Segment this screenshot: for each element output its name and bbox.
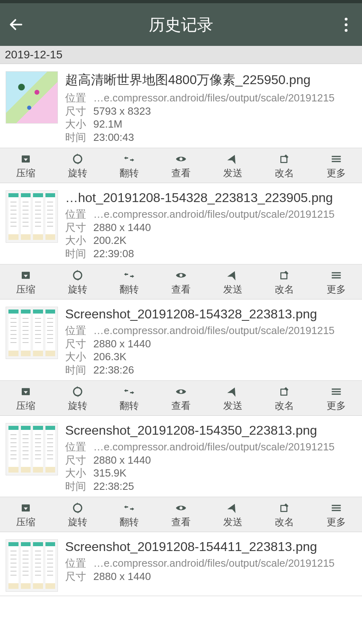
date-section-header: 2019-12-15 (0, 46, 362, 64)
action-bar: 压缩旋转翻转查看发送改名更多 (0, 264, 362, 299)
meta-value: …e.compressor.android/files/output/scale… (93, 440, 356, 454)
back-button[interactable] (7, 16, 25, 33)
view-button[interactable]: 查看 (155, 148, 207, 183)
thumbnail[interactable] (6, 423, 58, 475)
item-body[interactable]: …hot_20191208-154328_223813_223905.png位置… (0, 183, 362, 264)
item-body[interactable]: Screenshot_20191208-154350_223813.png位置…… (0, 416, 362, 497)
thumbnail[interactable] (6, 307, 58, 359)
rotate-button[interactable]: 旋转 (52, 497, 104, 532)
compress-icon (19, 386, 33, 398)
flip-button[interactable]: 翻转 (103, 148, 155, 183)
thumbnail[interactable] (6, 190, 58, 243)
history-item: Screenshot_20191208-154328_223813.png位置…… (0, 299, 362, 416)
meta-value: 22:38:25 (93, 480, 356, 493)
more-button[interactable]: 更多 (310, 381, 362, 415)
meta-label: 时间 (65, 480, 88, 493)
meta-value: 2880 x 1440 (93, 570, 356, 583)
compress-button[interactable]: 压缩 (0, 497, 52, 532)
meta-row: 位置…e.compressor.android/files/output/sca… (65, 91, 356, 105)
compress-button[interactable]: 压缩 (0, 381, 52, 415)
action-label: 旋转 (68, 516, 87, 528)
arrow-left-icon (8, 17, 24, 33)
meta-value: 2880 x 1440 (93, 337, 356, 351)
flip-icon (122, 153, 136, 165)
meta-row: 位置…e.compressor.android/files/output/sca… (65, 440, 356, 454)
item-body[interactable]: 超高清晰世界地图4800万像素_225950.png位置…e.compresso… (0, 64, 362, 148)
eye-icon (174, 153, 188, 165)
filename: Screenshot_20191208-154350_223813.png (65, 423, 356, 438)
filename: Screenshot_20191208-154328_223813.png (65, 307, 356, 322)
thumbnail[interactable] (6, 71, 58, 124)
rename-button[interactable]: 改名 (259, 381, 311, 415)
send-icon (226, 502, 240, 514)
more-button[interactable]: 更多 (310, 497, 362, 532)
send-icon (226, 269, 240, 281)
send-button[interactable]: 发送 (207, 497, 259, 532)
more-button[interactable]: 更多 (310, 148, 362, 183)
edit-icon (278, 386, 291, 398)
meta-row: 尺寸2880 x 1440 (65, 337, 356, 351)
action-label: 发送 (223, 516, 243, 528)
action-label: 改名 (275, 399, 294, 412)
meta-value: 22:39:08 (93, 247, 356, 260)
view-button[interactable]: 查看 (155, 381, 207, 415)
rotate-icon (71, 502, 84, 514)
rename-button[interactable]: 改名 (259, 148, 311, 183)
edit-icon (278, 502, 291, 514)
rotate-button[interactable]: 旋转 (52, 148, 104, 183)
meta-value: 92.1M (93, 118, 356, 131)
action-label: 更多 (327, 516, 346, 528)
item-body[interactable]: Screenshot_20191208-154328_223813.png位置…… (0, 299, 362, 380)
meta-label: 位置 (65, 91, 88, 105)
action-label: 旋转 (68, 283, 87, 296)
more-button[interactable]: 更多 (310, 264, 362, 299)
rotate-button[interactable]: 旋转 (52, 381, 104, 415)
history-item: Screenshot_20191208-154350_223813.png位置…… (0, 416, 362, 532)
action-label: 发送 (223, 167, 243, 180)
filename: …hot_20191208-154328_223813_223905.png (65, 190, 356, 205)
meta-value: 22:38:26 (93, 363, 356, 377)
meta-value: 5793 x 8323 (93, 105, 356, 118)
compress-button[interactable]: 压缩 (0, 264, 52, 299)
history-item: …hot_20191208-154328_223813_223905.png位置… (0, 183, 362, 299)
action-label: 查看 (171, 283, 191, 296)
meta-value: …e.compressor.android/files/output/scale… (93, 557, 356, 570)
more-icon (329, 386, 343, 398)
meta-label: 尺寸 (65, 337, 88, 351)
action-label: 更多 (327, 399, 346, 412)
thumbnail[interactable] (6, 539, 58, 592)
action-label: 改名 (275, 167, 294, 180)
meta-label: 尺寸 (65, 221, 88, 234)
action-label: 查看 (171, 516, 191, 528)
meta-row: 尺寸2880 x 1440 (65, 570, 356, 583)
flip-button[interactable]: 翻转 (103, 264, 155, 299)
meta-label: 位置 (65, 324, 88, 337)
send-button[interactable]: 发送 (207, 148, 259, 183)
rotate-icon (71, 269, 84, 281)
send-button[interactable]: 发送 (207, 381, 259, 415)
flip-icon (122, 269, 136, 281)
meta-row: 尺寸2880 x 1440 (65, 454, 356, 467)
item-info: 超高清晰世界地图4800万像素_225950.png位置…e.compresso… (65, 71, 356, 144)
rotate-button[interactable]: 旋转 (52, 264, 104, 299)
overflow-menu-button[interactable] (337, 16, 355, 33)
rename-button[interactable]: 改名 (259, 264, 311, 299)
item-body[interactable]: Screenshot_20191208-154411_223813.png位置…… (0, 532, 362, 596)
action-label: 压缩 (16, 399, 35, 412)
action-label: 旋转 (68, 399, 87, 412)
meta-row: 位置…e.compressor.android/files/output/sca… (65, 324, 356, 337)
compress-button[interactable]: 压缩 (0, 148, 52, 183)
view-button[interactable]: 查看 (155, 264, 207, 299)
meta-label: 位置 (65, 440, 88, 454)
view-button[interactable]: 查看 (155, 497, 207, 532)
rename-button[interactable]: 改名 (259, 497, 311, 532)
edit-icon (278, 153, 291, 165)
flip-button[interactable]: 翻转 (103, 381, 155, 415)
meta-row: 尺寸5793 x 8323 (65, 105, 356, 118)
send-button[interactable]: 发送 (207, 264, 259, 299)
meta-value: 206.3K (93, 350, 356, 363)
rotate-icon (71, 386, 84, 398)
compress-icon (19, 269, 33, 281)
item-info: Screenshot_20191208-154350_223813.png位置…… (65, 423, 356, 493)
flip-button[interactable]: 翻转 (103, 497, 155, 532)
